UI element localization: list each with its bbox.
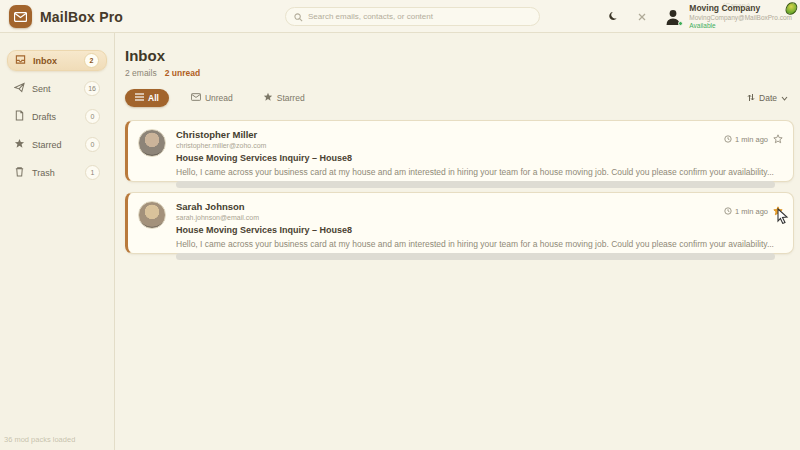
email-list: Christopher Miller christopher.miller@zo… xyxy=(125,120,794,254)
list-icon xyxy=(135,93,144,103)
search-input[interactable] xyxy=(308,12,531,21)
email-subject: House Moving Services Inquiry – House8 xyxy=(176,225,781,235)
email-meta: 1 min ago xyxy=(724,202,783,220)
envelope-icon xyxy=(191,93,201,103)
header-actions: Moving Company MovingCompany@MailBoxPro.… xyxy=(605,0,792,33)
sidebar: Inbox 2 Sent 16 Drafts 0 Starred 0 xyxy=(0,33,115,450)
star-toggle-icon[interactable] xyxy=(773,130,783,148)
trash-count-badge: 1 xyxy=(85,165,100,180)
sidebar-item-starred[interactable]: Starred 0 xyxy=(7,134,107,155)
preview-placeholder-bar xyxy=(176,181,775,188)
search-icon xyxy=(294,8,303,26)
preview-placeholder-bar xyxy=(176,253,775,260)
close-icon[interactable] xyxy=(634,9,650,25)
email-meta: 1 min ago xyxy=(724,130,783,148)
sidebar-item-label: Trash xyxy=(32,168,55,178)
star-icon xyxy=(14,138,25,151)
sender-name: Christopher Miller xyxy=(176,129,781,140)
filter-starred-button[interactable]: Starred xyxy=(255,88,313,108)
email-preview: Hello, I came across your business card … xyxy=(176,239,781,249)
inbox-icon xyxy=(15,54,26,67)
mod-packs-status-text: 36 mod packs loaded xyxy=(4,435,75,444)
filter-all-button[interactable]: All xyxy=(125,89,169,107)
sidebar-item-inbox[interactable]: Inbox 2 xyxy=(7,50,107,71)
user-name: Moving Company xyxy=(689,3,792,14)
sidebar-item-label: Sent xyxy=(32,84,51,94)
inbox-panel: Inbox 2 emails 2 unread All Unread xyxy=(116,33,800,450)
online-status-dot xyxy=(678,21,683,26)
trash-icon xyxy=(14,166,25,179)
sender-address: sarah.johnson@email.com xyxy=(176,214,781,221)
page-title: Inbox xyxy=(125,47,794,64)
email-content: Christopher Miller christopher.miller@zo… xyxy=(176,129,781,173)
filter-all-label: All xyxy=(148,93,159,103)
top-bar: MailBox Pro (Canary) Movin xyxy=(0,0,800,33)
email-content: Sarah Johnson sarah.johnson@email.com Ho… xyxy=(176,201,781,245)
sender-name: Sarah Johnson xyxy=(176,201,781,212)
envelope-logo-icon xyxy=(9,5,32,28)
sidebar-item-label: Inbox xyxy=(33,56,57,66)
email-count: 2 emails xyxy=(125,68,157,78)
sidebar-item-label: Starred xyxy=(32,140,62,150)
sender-address: christopher.miller@zoho.com xyxy=(176,142,781,149)
inbox-summary: 2 emails 2 unread xyxy=(125,68,794,78)
filter-unread-button[interactable]: Unread xyxy=(183,89,241,107)
mailbox-app: MailBox Pro (Canary) Movin xyxy=(0,0,800,450)
sender-avatar xyxy=(138,129,166,157)
starred-count-badge: 0 xyxy=(85,137,100,152)
sidebar-item-trash[interactable]: Trash 1 xyxy=(7,162,107,183)
sidebar-item-drafts[interactable]: Drafts 0 xyxy=(7,106,107,127)
search-bar[interactable] xyxy=(285,7,540,26)
email-timestamp: 1 min ago xyxy=(724,207,768,216)
email-preview: Hello, I came across your business card … xyxy=(176,167,781,177)
user-avatar xyxy=(663,7,683,27)
app-logo: MailBox Pro xyxy=(9,5,123,28)
sort-by-date-control[interactable]: Date xyxy=(747,93,794,104)
sort-label: Date xyxy=(759,93,777,103)
star-toggle-icon[interactable] xyxy=(773,202,783,220)
filter-toolbar: All Unread Starred Date xyxy=(125,88,794,108)
send-icon xyxy=(14,82,25,95)
sort-arrows-icon xyxy=(747,93,755,104)
star-icon xyxy=(263,92,273,104)
chevron-down-icon xyxy=(781,93,788,103)
sidebar-item-label: Drafts xyxy=(32,112,56,122)
email-subject: House Moving Services Inquiry – House8 xyxy=(176,153,781,163)
email-timestamp: 1 min ago xyxy=(724,135,768,144)
app-title: MailBox Pro xyxy=(40,9,123,25)
user-email: MovingCompany@MailBoxPro.com xyxy=(689,14,792,22)
user-profile[interactable]: Moving Company MovingCompany@MailBoxPro.… xyxy=(663,3,792,30)
email-row-christopher-miller[interactable]: Christopher Miller christopher.miller@zo… xyxy=(125,120,794,182)
filter-starred-label: Starred xyxy=(277,93,305,103)
user-status: Available xyxy=(689,22,792,30)
sender-avatar xyxy=(138,201,166,229)
filter-unread-label: Unread xyxy=(205,93,233,103)
sidebar-item-sent[interactable]: Sent 16 xyxy=(7,78,107,99)
inbox-count-badge: 2 xyxy=(84,53,99,68)
dark-mode-toggle[interactable] xyxy=(605,9,621,25)
email-row-sarah-johnson[interactable]: Sarah Johnson sarah.johnson@email.com Ho… xyxy=(125,192,794,254)
file-icon xyxy=(14,110,25,123)
drafts-count-badge: 0 xyxy=(85,109,100,124)
unread-count: 2 unread xyxy=(165,68,200,78)
sent-count-badge: 16 xyxy=(84,81,100,96)
user-info: Moving Company MovingCompany@MailBoxPro.… xyxy=(689,3,792,30)
